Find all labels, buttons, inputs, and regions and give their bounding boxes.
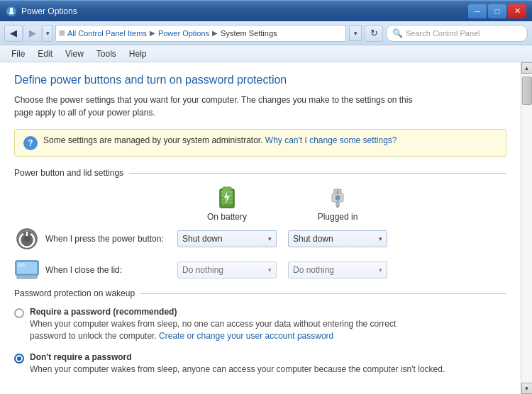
info-box: ? Some settings are managed by your syst… <box>14 129 506 157</box>
menu-bar: File Edit View Tools Help <box>0 45 532 62</box>
menu-file[interactable]: File <box>6 47 31 60</box>
breadcrumb-nav-icon: ⊞ <box>59 29 65 37</box>
search-bar[interactable]: 🔍 Search Control Panel <box>386 25 528 42</box>
page-desc1: Choose the power settings that you want … <box>14 95 412 105</box>
radio-no-password-btn[interactable] <box>14 354 24 364</box>
app-icon <box>6 6 17 17</box>
info-box-link[interactable]: Why can't I change some settings? <box>265 135 397 145</box>
col-battery-label: On battery <box>207 212 247 222</box>
maximize-button[interactable]: □ <box>488 4 506 18</box>
nav-history-dropdown[interactable]: ▾ <box>43 25 52 42</box>
title-bar-controls: ─ □ ✕ <box>468 4 526 18</box>
section1-header: Power button and lid settings <box>14 168 506 178</box>
menu-tools[interactable]: Tools <box>91 47 122 60</box>
info-box-text: Some settings are managed by your system… <box>43 135 397 145</box>
col-battery-header: On battery <box>177 185 277 222</box>
radio-no-password-label: Don't require a password <box>30 352 445 362</box>
svg-rect-23 <box>18 263 25 267</box>
svg-rect-2 <box>9 12 13 14</box>
breadcrumb-sep2: ▶ <box>212 29 218 37</box>
power-button-plugged-dropdown[interactable]: Shut down ▾ <box>288 230 387 247</box>
svg-point-20 <box>24 236 30 242</box>
power-button-label: When I press the power button: <box>14 226 177 252</box>
col-plugged-header: Plugged in <box>288 185 387 222</box>
radio1-desc1: When your computer wakes from sleep, no … <box>30 319 396 329</box>
radio-require-password-label: Require a password (recommended) <box>30 307 396 317</box>
nav-back-fwd: ◀ ▶ ▾ <box>4 25 52 42</box>
power-button-dropdowns: Shut down ▾ Shut down ▾ <box>177 230 387 247</box>
lid-text: When I close the lid: <box>45 265 122 275</box>
breadcrumb-part3: System Settings <box>221 29 277 38</box>
radio-require-password-desc: When your computer wakes from sleep, no … <box>30 318 396 342</box>
svg-rect-13 <box>337 191 338 193</box>
page-desc2: page apply to all of your power plans. <box>14 108 155 118</box>
col-plugged-label: Plugged in <box>318 212 358 222</box>
minimize-button[interactable]: ─ <box>468 4 487 18</box>
section2-title: Password protection on wakeup <box>14 288 135 298</box>
radio-require-password-content: Require a password (recommended) When yo… <box>30 307 396 342</box>
forward-icon: ▶ <box>29 28 36 38</box>
back-button[interactable]: ◀ <box>4 25 23 42</box>
info-box-message: Some settings are managed by your system… <box>43 135 262 145</box>
section2-header: Password protection on wakeup <box>14 288 506 298</box>
section1-title: Power button and lid settings <box>14 168 123 178</box>
breadcrumb-sep1: ▶ <box>150 29 155 37</box>
menu-edit[interactable]: Edit <box>32 47 58 60</box>
svg-rect-8 <box>221 201 233 204</box>
menu-help[interactable]: Help <box>123 47 153 60</box>
dropdown-arrow-icon2: ▾ <box>379 235 382 242</box>
close-button[interactable]: ✕ <box>508 4 526 18</box>
scroll-thumb[interactable] <box>522 77 532 105</box>
radio-require-password-btn[interactable] <box>14 308 24 318</box>
lid-row: When I close the lid: Do nothing ▾ Do no… <box>14 257 506 283</box>
radio-no-password[interactable]: Don't require a password When your compu… <box>14 352 506 376</box>
forward-button[interactable]: ▶ <box>23 25 42 42</box>
lid-icon <box>14 257 40 283</box>
lid-battery-dropdown[interactable]: Do nothing ▾ <box>177 261 277 278</box>
refresh-icon: ↻ <box>370 28 378 38</box>
breadcrumb-part1[interactable]: All Control Panel Items <box>67 29 147 38</box>
info-icon: ? <box>23 136 38 150</box>
search-icon: 🔍 <box>392 28 403 38</box>
lid-dropdowns: Do nothing ▾ Do nothing ▾ <box>177 261 387 278</box>
power-button-battery-dropdown[interactable]: Shut down ▾ <box>177 230 277 247</box>
address-dropdown[interactable]: ▾ <box>349 26 362 41</box>
scrollbar[interactable]: ▲ ▼ <box>521 62 532 394</box>
create-password-link[interactable]: Create or change your user account passw… <box>159 331 333 341</box>
radio1-desc2: password to unlock the computer. <box>30 331 157 341</box>
radio-no-password-content: Don't require a password When your compu… <box>30 352 445 376</box>
svg-rect-16 <box>336 205 339 208</box>
refresh-button[interactable]: ↻ <box>365 25 383 42</box>
power-button-battery-value: Shut down <box>182 234 223 244</box>
scroll-track[interactable] <box>521 74 532 383</box>
title-bar-left: Power Options <box>6 6 77 17</box>
dropdown-arrow-icon: ▾ <box>268 235 272 242</box>
dropdown-arrow-icon4: ▾ <box>379 266 382 274</box>
content-area: Define power buttons and turn on passwor… <box>0 62 521 394</box>
power-button-icon <box>14 226 40 252</box>
search-placeholder: Search Control Panel <box>406 29 480 38</box>
radio-require-password[interactable]: Require a password (recommended) When yo… <box>14 307 506 342</box>
lid-battery-value: Do nothing <box>182 265 223 275</box>
dropdown-arrow-icon3: ▾ <box>268 266 272 274</box>
title-bar: Power Options ─ □ ✕ <box>0 0 532 21</box>
power-button-text: When I press the power button: <box>45 234 164 244</box>
password-section: Password protection on wakeup Require a … <box>14 288 506 375</box>
radio-no-password-desc: When your computer wakes from sleep, any… <box>30 364 445 376</box>
breadcrumb-part2[interactable]: Power Options <box>158 29 209 38</box>
scroll-up-button[interactable]: ▲ <box>521 62 533 74</box>
title-bar-text: Power Options <box>21 6 77 16</box>
menu-view[interactable]: View <box>60 47 89 60</box>
svg-rect-4 <box>223 187 231 191</box>
power-button-row: When I press the power button: Shut down… <box>14 226 506 252</box>
lid-plugged-dropdown[interactable]: Do nothing ▾ <box>288 261 387 278</box>
lid-label: When I close the lid: <box>14 257 177 283</box>
address-bar: ⊞ All Control Panel Items ▶ Power Option… <box>55 25 346 42</box>
page-title: Define power buttons and turn on passwor… <box>14 74 506 86</box>
back-icon: ◀ <box>10 28 17 38</box>
battery-icon <box>217 185 237 209</box>
main-container: Define power buttons and turn on passwor… <box>0 62 532 394</box>
plugged-in-icon <box>326 185 350 209</box>
svg-rect-25 <box>24 275 30 276</box>
scroll-down-button[interactable]: ▼ <box>521 383 533 394</box>
